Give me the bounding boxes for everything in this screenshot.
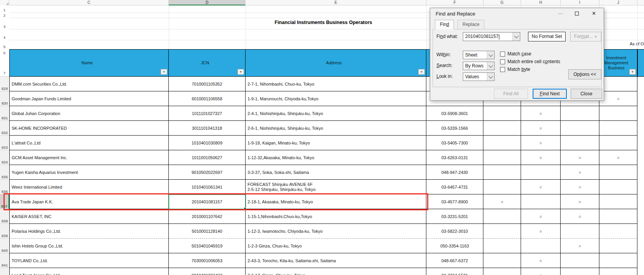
look-in-dropdown[interactable] [487, 73, 494, 81]
options-button[interactable]: Options << [568, 69, 601, 79]
cell-h-838[interactable]: ○ [521, 209, 561, 224]
cell-i-833[interactable] [561, 136, 599, 150]
column-header-C[interactable]: C [9, 0, 169, 5]
cell-h-831[interactable]: ○ [521, 106, 561, 121]
cell-i-842[interactable] [561, 268, 599, 275]
checkbox-match-byte[interactable] [500, 67, 505, 72]
cell-phone-839[interactable]: 03-5822-3010 [426, 224, 483, 239]
cell-address-835[interactable]: 3-3-37, Soka, Soka-shi, Saitama [246, 165, 426, 180]
search-dropdown[interactable] [487, 62, 494, 70]
cell-h-834[interactable]: ○ [521, 150, 561, 165]
cell-j-842[interactable] [599, 268, 637, 275]
cell-g-831[interactable] [483, 106, 521, 121]
cell-phone-841[interactable]: 048-667-6372 [426, 253, 483, 268]
cell-jcn-830[interactable]: 6010001106558 [169, 91, 246, 106]
cell-jcn-841[interactable]: 7030001006053 [169, 253, 246, 268]
cell-name-837[interactable]: Ava Trade Japan K.K. [9, 194, 169, 209]
cell-address-833[interactable]: 1-9-18, Kaigan, Minato-ku, Tokyo [246, 136, 426, 150]
cell-i-837[interactable]: ○ [561, 194, 599, 209]
row-header-6[interactable]: 6 [0, 51, 9, 55]
cell-i-841[interactable] [561, 253, 599, 268]
cell-j-833[interactable] [599, 136, 637, 150]
column-header-F[interactable]: F [426, 0, 483, 5]
find-next-button[interactable]: Find Next [533, 89, 567, 99]
cell-address-841[interactable]: 2-43-3, Torocho, Kita-ku, Saitama-shi, S… [246, 253, 426, 268]
cell-g-833[interactable] [483, 136, 521, 150]
cell-h-841[interactable]: ○ [521, 253, 561, 268]
cell-phone-834[interactable]: 03-6263-0131 [426, 150, 483, 165]
find-all-button[interactable]: Find All [494, 89, 528, 99]
row-header-840[interactable]: 840 [0, 239, 9, 253]
row-header-839[interactable]: 839 [0, 224, 9, 239]
cell-j-835[interactable] [599, 165, 637, 180]
cell-name-832[interactable]: SK-HOME INCORPORATED [9, 121, 169, 136]
minimize-button[interactable]: — [553, 8, 568, 19]
cell-i-840[interactable]: ○ [561, 239, 599, 253]
cell-name-835[interactable]: Yugen Kaisha Aquarius Investment [9, 165, 169, 180]
cell-j-839[interactable] [599, 224, 637, 239]
cell-j-829[interactable] [599, 77, 637, 91]
cell-j-830[interactable]: ○ [599, 91, 637, 106]
checkbox-match-entire-cell-contents[interactable] [500, 59, 505, 64]
cell-name-833[interactable]: L'attrait Co.,Ltd [9, 136, 169, 150]
cell-i-836[interactable]: ○ [561, 180, 599, 194]
cell-jcn-833[interactable]: 1010401030809 [169, 136, 246, 150]
table-header-cell-address[interactable]: Address▼ [246, 49, 426, 77]
cell-jcn-838[interactable]: 2010001107642 [169, 209, 246, 224]
close-button[interactable]: Close [571, 89, 602, 99]
within-select[interactable]: Sheet [463, 51, 495, 59]
cell-name-829[interactable]: DMM.com Securities Co.,Ltd. [9, 77, 169, 91]
cell-i-832[interactable] [561, 121, 599, 136]
cell-address-837[interactable]: 2-18-1, Akasaka, Minato-ku, Tokyo [246, 194, 426, 209]
cell-g-841[interactable] [483, 253, 521, 268]
checkbox-match-case[interactable] [500, 52, 505, 57]
cell-h-839[interactable]: ○ [521, 224, 561, 239]
cell-phone-838[interactable]: 03-3231-5201 [426, 209, 483, 224]
cell-name-834[interactable]: GCM Asset Management Inc. [9, 150, 169, 165]
cell-h-840[interactable] [521, 239, 561, 253]
select-all-corner[interactable] [0, 0, 9, 5]
cell-name-830[interactable]: Goodman Japan Funds Limited [9, 91, 169, 106]
cell-g-837[interactable]: ○ [483, 194, 521, 209]
filter-dropdown-icon[interactable]: ▼ [418, 69, 425, 75]
cell-name-842[interactable]: Land Trust Japan Co.,Ltd. [9, 268, 169, 275]
cell-address-829[interactable]: 2-7-1, Nihombashi, Chuo-ku, Tokyo [246, 77, 426, 91]
cell-j-840[interactable] [599, 239, 637, 253]
cell-jcn-829[interactable]: 7010001105352 [169, 77, 246, 91]
cell-address-834[interactable]: 1-12-32,Akasaka, Minato-ku, Tokyo [246, 150, 426, 165]
table-header-cell-investment-management-business[interactable]: Investment Management Business▼ [599, 49, 637, 77]
row-header-830[interactable]: 830 [0, 91, 9, 106]
table-header-cell-jcn[interactable]: JCN▼ [169, 49, 246, 77]
cell-name-836[interactable]: Weez International Limited [9, 180, 169, 194]
cell-phone-833[interactable]: 03-5405-7300 [426, 136, 483, 150]
cell-jcn-831[interactable]: 1011101027327 [169, 106, 246, 121]
cell-g-835[interactable] [483, 165, 521, 180]
row-header-842[interactable]: 842 [0, 268, 9, 275]
cell-h-832[interactable]: ○ [521, 121, 561, 136]
cell-address-839[interactable]: 1-12-3, Iwamotocho, Chiyoda-ku, Tokyo [246, 224, 426, 239]
row-header-7[interactable]: 7 [0, 71, 9, 75]
cell-h-842[interactable]: ○ [521, 268, 561, 275]
tab-find[interactable]: Find [435, 20, 454, 29]
cell-phone-837[interactable]: 03-4577-8900 [426, 194, 483, 209]
cell-i-835[interactable]: ○ [561, 165, 599, 180]
cell-address-838[interactable]: 1-15-1,Nihonbashi,Chuo-ku,Tokyo [246, 209, 426, 224]
table-header-cell-name[interactable]: Name▼ [9, 49, 169, 77]
cell-g-834[interactable] [483, 150, 521, 165]
cell-address-842[interactable]: 3-6-17, Ginza, Chuo-ku, Tokyo [246, 268, 426, 275]
row-header-4[interactable]: 4 [0, 35, 9, 40]
cell-jcn-839[interactable]: 5010001128140 [169, 224, 246, 239]
column-header-I[interactable]: I [561, 0, 599, 5]
cell-name-840[interactable]: Ishin Hotels Group Co.,Ltd. [9, 239, 169, 253]
cell-h-837[interactable] [521, 194, 561, 209]
row-header-834[interactable]: 834 [0, 150, 9, 165]
cell-jcn-832[interactable]: 3011101041318 [169, 121, 246, 136]
row-header-837[interactable]: 837 [0, 194, 9, 209]
cell-phone-832[interactable]: 03-5339-1566 [426, 121, 483, 136]
cell-name-839[interactable]: Polarisa Holdings Co.,Ltd. [9, 224, 169, 239]
cell-j-834[interactable]: ○ [599, 150, 637, 165]
cell-jcn-835[interactable]: 9010502022697 [169, 165, 246, 180]
cell-name-841[interactable]: TOYLAND Co.,Ltd. [9, 253, 169, 268]
row-header-2[interactable]: 2 [0, 13, 9, 17]
cell-name-831[interactable]: Global Juhan Corporation [9, 106, 169, 121]
